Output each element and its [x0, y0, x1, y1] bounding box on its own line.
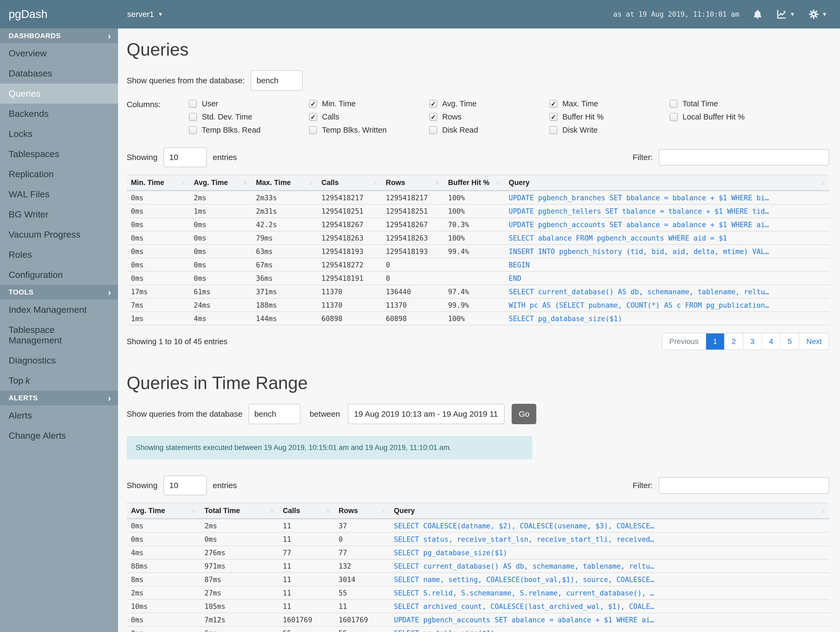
entries-count-input[interactable] — [163, 475, 207, 495]
query-link[interactable]: SELECT pg_database_size($1) — [504, 312, 829, 325]
checkbox-icon[interactable] — [429, 113, 437, 121]
column-header[interactable]: Total Time↑↓ — [200, 503, 278, 519]
column-checkbox-option[interactable]: User — [189, 99, 309, 108]
pagination-page[interactable]: 5 — [780, 333, 799, 350]
sidebar-section-tools[interactable]: TOOLS › — [0, 285, 118, 299]
checkbox-icon[interactable] — [549, 100, 557, 108]
sidebar-item[interactable]: Roles — [0, 245, 118, 265]
sidebar-section-dashboards[interactable]: DASHBOARDS › — [0, 29, 118, 43]
column-header[interactable]: Avg. Time↑↓ — [126, 503, 200, 519]
column-checkbox-option[interactable]: Std. Dev. Time — [189, 112, 309, 121]
charts-menu-button[interactable]: ▼ — [776, 9, 795, 20]
query-link[interactable]: SELECT current_database() AS db, scheman… — [390, 559, 829, 573]
query-link[interactable]: SELECT current_database() AS db, scheman… — [504, 285, 829, 298]
sidebar-item[interactable]: Databases — [0, 63, 118, 84]
filter-input[interactable] — [658, 149, 829, 166]
sidebar-item[interactable]: Topk — [0, 371, 118, 391]
query-link[interactable]: UPDATE pgbench_branches SET bbalance = b… — [504, 191, 829, 204]
query-link[interactable]: WITH pc AS (SELECT pubname, COUNT(*) AS … — [504, 298, 829, 312]
query-link[interactable]: SELECT name, setting, COALESCE(boot_val,… — [390, 573, 829, 586]
sidebar-item[interactable]: BG Writer — [0, 204, 118, 225]
column-header[interactable]: Calls↑↓ — [317, 175, 382, 191]
time-range-database-input[interactable] — [248, 404, 300, 424]
query-link[interactable]: SELECT S.relid, S.schemaname, S.relname,… — [390, 586, 829, 600]
column-checkbox-option[interactable]: Buffer Hit % — [549, 112, 669, 121]
pagination-page[interactable]: 2 — [724, 333, 743, 350]
sidebar-item[interactable]: Replication — [0, 164, 118, 184]
query-link[interactable]: BEGIN — [504, 258, 829, 271]
query-link[interactable]: SELECT status, receive_start_lsn, receiv… — [390, 532, 829, 546]
checkbox-icon[interactable] — [189, 126, 197, 134]
sidebar-item[interactable]: Index Management — [0, 299, 118, 320]
checkbox-icon[interactable] — [429, 100, 437, 108]
pagination-page[interactable]: 4 — [761, 333, 780, 350]
column-header[interactable]: Avg. Time↑↓ — [189, 175, 252, 191]
checkbox-icon[interactable] — [309, 126, 317, 134]
sidebar-item[interactable]: Tablespace Management — [0, 320, 118, 350]
column-header[interactable]: Calls↑↓ — [278, 503, 334, 519]
pagination-page[interactable]: 1 — [706, 333, 725, 350]
query-link[interactable]: UPDATE pgbench_accounts SET abalance = a… — [504, 218, 829, 231]
checkbox-icon[interactable] — [549, 113, 557, 121]
column-checkbox-option[interactable]: Local Buffer Hit % — [669, 112, 790, 121]
column-checkbox-option[interactable]: Avg. Time — [429, 99, 549, 108]
pagination-previous[interactable]: Previous — [662, 333, 706, 350]
checkbox-icon[interactable] — [309, 100, 317, 108]
checkbox-icon[interactable] — [549, 126, 557, 134]
column-header[interactable]: Min. Time↑↓ — [126, 175, 189, 191]
sidebar-item[interactable]: Backends — [0, 104, 118, 124]
query-link[interactable]: SELECT pg_table_size($1) — [390, 626, 829, 632]
checkbox-icon[interactable] — [429, 126, 437, 134]
server-selector[interactable]: server1 ▼ — [127, 10, 163, 19]
column-checkbox-option[interactable]: Total Time — [669, 99, 790, 108]
pagination-page[interactable]: 3 — [743, 333, 762, 350]
sidebar-item[interactable]: Locks — [0, 124, 118, 144]
time-range-input[interactable] — [348, 404, 505, 424]
cell-buffer-hit: 97.4% — [444, 285, 504, 298]
sidebar-item[interactable]: Queries — [0, 84, 118, 104]
column-header[interactable]: Rows↑↓ — [382, 175, 444, 191]
query-link[interactable]: SELECT archived_count, COALESCE(last_arc… — [390, 600, 829, 613]
sidebar-item[interactable]: Diagnostics — [0, 350, 118, 371]
query-link[interactable]: INSERT INTO pgbench_history (tid, bid, a… — [504, 245, 829, 258]
query-link[interactable]: SELECT abalance FROM pgbench_accounts WH… — [504, 231, 829, 245]
query-link[interactable]: SELECT COALESCE(datname, $2), COALESCE(u… — [390, 519, 829, 532]
sidebar-item[interactable]: Tablespaces — [0, 144, 118, 164]
query-link[interactable]: UPDATE pgbench_accounts SET abalance = a… — [390, 613, 829, 626]
filter-input[interactable] — [658, 477, 829, 494]
settings-menu-button[interactable]: ▼ — [808, 9, 827, 20]
column-checkbox-option[interactable]: Max. Time — [549, 99, 669, 108]
sidebar-item[interactable]: Alerts — [0, 405, 118, 426]
column-checkbox-option[interactable]: Disk Write — [549, 126, 669, 135]
checkbox-icon[interactable] — [189, 113, 197, 121]
sidebar-section-alerts[interactable]: ALERTS › — [0, 391, 118, 405]
checkbox-icon[interactable] — [669, 100, 678, 108]
database-input[interactable] — [251, 70, 303, 91]
column-checkbox-option[interactable]: Temp Blks. Written — [309, 126, 429, 135]
sidebar-item[interactable]: WAL Files — [0, 184, 118, 204]
column-checkbox-option[interactable]: Min. Time — [309, 99, 429, 108]
column-header[interactable]: Query↑↓ — [390, 503, 829, 519]
sidebar-item[interactable]: Overview — [0, 43, 118, 63]
go-button[interactable]: Go — [512, 404, 536, 424]
column-checkbox-option[interactable]: Temp Blks. Read — [189, 126, 309, 135]
query-link[interactable]: UPDATE pgbench_tellers SET tbalance = tb… — [504, 204, 829, 218]
checkbox-icon[interactable] — [189, 100, 197, 108]
sidebar-item[interactable]: Change Alerts — [0, 426, 118, 446]
entries-count-input[interactable] — [163, 147, 207, 167]
sidebar-item[interactable]: Vacuum Progress — [0, 225, 118, 245]
column-header[interactable]: Rows↑↓ — [334, 503, 390, 519]
checkbox-icon[interactable] — [309, 113, 317, 121]
column-checkbox-option[interactable]: Disk Read — [429, 126, 549, 135]
column-header[interactable]: Query↑↓ — [504, 175, 829, 191]
column-checkbox-option[interactable]: Rows — [429, 112, 549, 121]
query-link[interactable]: SELECT pg_database_size($1) — [390, 546, 829, 559]
query-link[interactable]: END — [504, 271, 829, 285]
column-checkbox-option[interactable]: Calls — [309, 112, 429, 121]
sidebar-item[interactable]: Configuration — [0, 265, 118, 285]
column-header[interactable]: Buffer Hit %↑↓ — [444, 175, 504, 191]
notifications-button[interactable] — [753, 9, 763, 20]
column-header[interactable]: Max. Time↑↓ — [252, 175, 317, 191]
pagination-next[interactable]: Next — [799, 333, 829, 350]
checkbox-icon[interactable] — [669, 113, 678, 121]
